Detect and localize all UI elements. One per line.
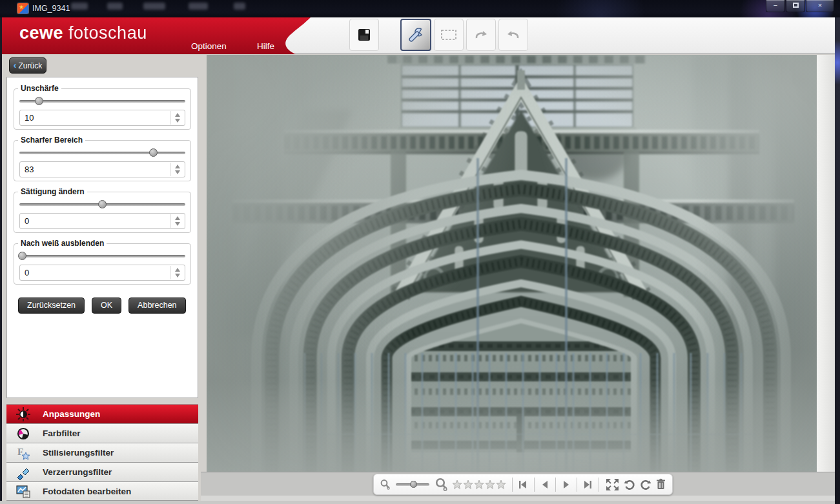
group-label: Unschärfe xyxy=(18,84,61,93)
viewer-toolbar xyxy=(373,474,673,495)
window-right-border xyxy=(835,17,840,504)
chevron-left-icon: ‹ xyxy=(14,60,17,70)
slider-thumb[interactable] xyxy=(35,97,43,105)
rating-stars[interactable] xyxy=(452,479,506,490)
saturation-value-field[interactable]: 0 xyxy=(19,213,185,229)
next-photo-button[interactable] xyxy=(562,479,571,490)
redo-arrow-icon xyxy=(506,28,521,41)
app-logo: cewe fotoschau xyxy=(19,23,147,43)
crop-button[interactable] xyxy=(434,19,464,51)
cathedral-photo xyxy=(207,55,817,472)
delete-button[interactable] xyxy=(655,478,666,490)
background-window-ghost-text xyxy=(234,3,245,10)
category-verzerrungsfilter[interactable]: Verzerrungsfilter xyxy=(6,462,198,481)
spin-down-button[interactable] xyxy=(175,274,180,277)
undo-button[interactable] xyxy=(466,19,496,51)
background-window-ghost-text xyxy=(71,3,88,10)
star-icon[interactable] xyxy=(474,479,484,490)
background-window-ghost-text xyxy=(107,3,123,10)
distortion-filter-icon xyxy=(15,465,32,480)
toolbar-separator xyxy=(534,478,535,492)
adjustments-button[interactable] xyxy=(400,19,431,51)
star-icon[interactable] xyxy=(496,479,506,490)
background-window-ghost-text xyxy=(143,3,165,10)
reset-button[interactable]: Zurücksetzen xyxy=(18,297,85,314)
spin-up-button[interactable] xyxy=(175,216,180,220)
fade-to-white-group: Nach weiß ausblenden 0 xyxy=(14,243,191,285)
slider-thumb[interactable] xyxy=(18,252,26,260)
app-header: cewe fotoschau Optionen Hilfe xyxy=(2,17,835,54)
blur-slider[interactable] xyxy=(19,100,185,103)
rotate-left-button[interactable] xyxy=(623,478,636,491)
zoom-slider[interactable] xyxy=(396,483,429,486)
group-label: Sättigung ändern xyxy=(18,187,87,196)
stylize-filter-icon: F xyxy=(15,445,32,461)
zoom-slider-thumb[interactable] xyxy=(410,481,417,488)
photo-data-icon xyxy=(15,483,32,499)
window-bottom-frame xyxy=(201,496,835,501)
zoom-out-icon[interactable] xyxy=(380,479,391,490)
menu-hilfe[interactable]: Hilfe xyxy=(257,41,274,51)
window-title: IMG_9341 xyxy=(32,4,70,13)
color-filter-icon xyxy=(15,426,32,441)
spin-down-button[interactable] xyxy=(175,170,180,174)
redo-button[interactable] xyxy=(498,19,528,51)
back-button[interactable]: ‹Zurück xyxy=(9,57,46,74)
previous-photo-button[interactable] xyxy=(540,479,549,490)
category-stilisierungsfilter[interactable]: F Stilisierungsfilter xyxy=(6,443,198,462)
minimize-button[interactable]: − xyxy=(766,0,785,12)
spin-up-button[interactable] xyxy=(175,268,180,272)
fullscreen-button[interactable] xyxy=(605,478,620,492)
blur-value-field[interactable]: 10 xyxy=(19,110,185,126)
star-icon[interactable] xyxy=(463,479,473,490)
group-label: Scharfer Bereich xyxy=(18,136,85,145)
toolbar-separator xyxy=(577,478,577,492)
cancel-button[interactable]: Abbrechen xyxy=(128,297,185,314)
rotate-right-button[interactable] xyxy=(639,478,652,491)
spin-down-button[interactable] xyxy=(175,222,180,226)
sharp-area-group: Scharfer Bereich 83 xyxy=(14,140,191,181)
window-titlebar: IMG_9341 − × xyxy=(0,0,840,17)
spin-up-button[interactable] xyxy=(175,113,180,117)
menu-optionen[interactable]: Optionen xyxy=(191,41,227,51)
toolbar-separator xyxy=(599,478,599,492)
maximize-button[interactable] xyxy=(786,0,805,12)
category-anpassungen[interactable]: Anpassungen xyxy=(6,404,198,423)
selection-rectangle-icon xyxy=(440,28,457,41)
category-fotodaten-bearbeiten[interactable]: Fotodaten bearbeiten xyxy=(6,481,198,501)
sharp-area-slider[interactable] xyxy=(19,152,185,154)
close-button[interactable]: × xyxy=(806,0,834,12)
fade-to-white-value-field[interactable]: 0 xyxy=(19,265,185,281)
last-photo-button[interactable] xyxy=(582,479,593,490)
app-icon xyxy=(17,3,28,14)
fade-to-white-slider[interactable] xyxy=(19,255,185,257)
spin-down-button[interactable] xyxy=(175,119,180,123)
star-icon[interactable] xyxy=(485,479,495,490)
star-icon[interactable] xyxy=(452,479,462,490)
floppy-disk-icon xyxy=(357,28,371,42)
sharp-area-value-field[interactable]: 83 xyxy=(19,161,185,177)
slider-thumb[interactable] xyxy=(98,200,107,208)
ok-button[interactable]: OK xyxy=(92,297,121,314)
saturation-group: Sättigung ändern 0 xyxy=(14,192,191,233)
wrench-icon xyxy=(407,26,424,43)
zoom-in-icon[interactable] xyxy=(435,478,449,492)
brightness-icon xyxy=(15,407,32,422)
group-label: Nach weiß ausblenden xyxy=(18,239,107,248)
maximize-icon xyxy=(793,3,799,8)
category-farbfilter[interactable]: Farbfilter xyxy=(6,423,198,443)
slider-thumb[interactable] xyxy=(149,148,158,157)
save-button[interactable] xyxy=(349,19,379,51)
undo-arrow-icon xyxy=(473,28,489,41)
photo-canvas[interactable] xyxy=(207,55,817,472)
adjustments-panel: Unschärfe 10 Scharfer Bereich 83 Sättigu… xyxy=(6,77,198,398)
toolbar-separator xyxy=(512,478,513,492)
background-window-ghost-text xyxy=(189,3,208,10)
blur-group: Unschärfe 10 xyxy=(14,88,191,130)
window-left-border xyxy=(0,17,2,504)
spin-up-button[interactable] xyxy=(175,165,180,168)
window-bottom-edge xyxy=(0,501,840,504)
saturation-slider[interactable] xyxy=(19,203,185,206)
first-photo-button[interactable] xyxy=(518,479,528,490)
filter-category-list: Anpassungen Farbfilter F Stilisierungsfi… xyxy=(6,404,198,501)
